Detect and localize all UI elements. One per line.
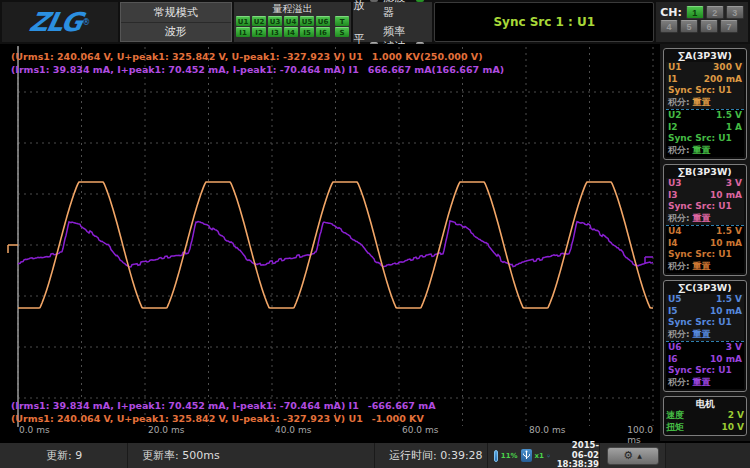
overflow-chip-t: T	[335, 16, 349, 26]
mode-button[interactable]: 常规模式 波形	[120, 2, 232, 42]
waveform-bottom-readout: (Irms1: 39.834 mA, I+peak1: 70.452 mA, I…	[11, 399, 436, 425]
waveform-svg	[0, 44, 658, 441]
channel-button-7[interactable]: 7	[720, 20, 738, 33]
integral-row: 积分:重置	[668, 329, 742, 341]
setting-row: I510 mA	[668, 306, 742, 318]
logo-registered-mark: ®	[82, 18, 90, 27]
zoom-toggle[interactable]	[370, 0, 379, 2]
integral-row: 积分:重置	[668, 261, 742, 273]
usb-icon	[521, 449, 532, 462]
settings-button[interactable]: ⚙ ▲	[607, 447, 659, 465]
motor-row: 速度2 V	[666, 410, 744, 422]
overflow-chip-u3: U3	[268, 16, 282, 26]
x-tick-label: 20.0 ms	[148, 425, 184, 435]
setting-row: U41.5 V	[668, 226, 742, 238]
channel-button-5[interactable]: 5	[680, 20, 698, 33]
sync-src-row: Sync Src: U1	[668, 249, 742, 261]
sidebar-group-title: ∑C(3P3W)	[666, 282, 744, 294]
analyzer-screen: ZLG ® 常规模式 波形 量程溢出 U1U2U3U4U5U6T I1I2I3I…	[0, 0, 750, 468]
sync-src-row: Sync Src: U1	[668, 133, 742, 145]
update-rate-text: 更新率: 500ms	[142, 448, 220, 463]
ch-row-1: 123	[686, 6, 744, 19]
setting-row: I410 mA	[668, 238, 742, 250]
setting-row: U21.5 V	[668, 110, 742, 122]
overflow-chip-u2: U2	[252, 16, 266, 26]
setting-row: I1200 mA	[668, 74, 742, 86]
status-bar: 更新: 9 更新率: 500ms 运行时间: 0:39:28 11% x1 20…	[0, 441, 750, 468]
sidebar-group: ∑C(3P3W)U51.5 VI510 mASync Src: U1积分:重置U…	[663, 280, 747, 392]
overflow-chip-i5: I5	[300, 27, 314, 37]
overflow-chip-u4: U4	[284, 16, 298, 26]
i1-stats-bottom: (Irms1: 39.834 mA, I+peak1: 70.452 mA, I…	[11, 399, 359, 412]
channel-settings-block[interactable]: U51.5 VI510 mASync Src: U1积分:重置	[666, 294, 744, 341]
waveform-panel: (Urms1: 240.064 V, U+peak1: 325.842 V, U…	[0, 44, 658, 441]
update-count-text: 更新: 9	[46, 448, 82, 463]
monitor-icon	[547, 449, 550, 463]
overflow-chip-s: S	[335, 27, 349, 37]
integral-row: 积分:重置	[668, 377, 742, 389]
sync-src-row: Sync Src: U1	[668, 85, 742, 97]
filter-panel: 缩放 线路滤波器 平均 频率滤波器	[353, 2, 432, 42]
overflow-chip-i1: I1	[236, 27, 250, 37]
channel-selector: CH: 123 4567	[656, 2, 748, 42]
zoom-label: 缩放	[353, 0, 364, 13]
setting-row: I310 mA	[668, 190, 742, 202]
channel-button-6[interactable]: 6	[700, 20, 718, 33]
usb-count-label: x1	[535, 452, 544, 460]
status-icons: 11% x1 2015-06-02 18:38:39	[488, 443, 600, 468]
sidebar-group: ∑B(3P3W)U33 VI310 mASync Src: U1积分:重置U41…	[663, 164, 747, 276]
motor-group: 电机速度2 V扭矩10 V	[663, 396, 747, 436]
setting-row: U1300 V	[668, 62, 742, 74]
x-tick-label: 80.0 ms	[529, 425, 565, 435]
channel-settings-block[interactable]: U41.5 VI410 mASync Src: U1积分:重置	[666, 225, 744, 273]
channel-settings-block[interactable]: U21.5 VI21 ASync Src: U1积分:重置	[666, 109, 744, 157]
i1-scale-bottom: -666.667 mA	[368, 399, 436, 412]
setting-row: I21 A	[668, 122, 742, 134]
u1-stats-bottom: (Urms1: 240.064 V, U+peak1: 325.842 V, U…	[11, 412, 363, 425]
overflow-chip-u6: U6	[316, 16, 330, 26]
right-sidebar: ∑A(3P3W)U1300 VI1200 mASync Src: U1积分:重置…	[658, 44, 750, 441]
channel-button-1[interactable]: 1	[686, 6, 704, 19]
datetime-display: 2015-06-02 18:38:39	[557, 441, 599, 468]
overflow-chip-i3: I3	[268, 27, 282, 37]
channel-button-3[interactable]: 3	[726, 6, 744, 19]
i1-scale-top: 666.667 mA(166.667 mA)	[368, 63, 504, 76]
line-filter-toggle[interactable]	[416, 0, 425, 2]
sidebar-group: ∑A(3P3W)U1300 VI1200 mASync Src: U1积分:重置…	[663, 48, 747, 160]
overflow-chip-i4: I4	[284, 27, 298, 37]
u1-scale-bottom: -1.000 KV	[372, 412, 424, 425]
setting-row: U63 V	[668, 342, 742, 354]
mode-line-waveform[interactable]: 波形	[121, 23, 231, 42]
battery-icon	[494, 450, 498, 462]
settings-segment: ⚙ ▲	[600, 443, 666, 468]
channel-settings-block[interactable]: U33 VI310 mASync Src: U1积分:重置	[666, 178, 744, 225]
sync-src-row: Sync Src: U1	[668, 317, 742, 329]
channel-button-4[interactable]: 4	[660, 20, 678, 33]
overflow-row-u: U1U2U3U4U5U6T	[236, 16, 349, 26]
mode-line-normal[interactable]: 常规模式	[121, 3, 231, 23]
channel-button-2[interactable]: 2	[706, 6, 724, 19]
update-rate: 更新率: 500ms	[128, 443, 375, 468]
range-overflow-panel: 量程溢出 U1U2U3U4U5U6T I1I2I3I4I5I6S	[234, 2, 352, 42]
expand-up-icon: ▲	[637, 449, 642, 463]
channel-settings-block[interactable]: U63 VI610 mASync Src: U1积分:重置	[666, 341, 744, 389]
sidebar-group-title: ∑A(3P3W)	[666, 50, 744, 62]
motor-row: 扭矩10 V	[666, 422, 744, 434]
i1-stats-top: (Irms1: 39.834 mA, I+peak1: 70.452 mA, I…	[11, 63, 359, 76]
u1-stats-top: (Urms1: 240.064 V, U+peak1: 325.842 V, U…	[11, 50, 363, 63]
ch-row-2: 4567	[660, 20, 744, 33]
update-count: 更新: 9	[0, 443, 128, 468]
top-toolbar: ZLG ® 常规模式 波形 量程溢出 U1U2U3U4U5U6T I1I2I3I…	[0, 0, 750, 44]
x-tick-label: 60.0 ms	[402, 425, 438, 435]
line-filter-label: 线路滤波器	[383, 0, 411, 20]
channel-settings-block[interactable]: U1300 VI1200 mASync Src: U1积分:重置	[666, 62, 744, 109]
u1-scale-top: 1.000 KV(250.000 V)	[372, 50, 483, 63]
ch-label: CH:	[660, 6, 682, 19]
waveform-top-readout: (Urms1: 240.064 V, U+peak1: 325.842 V, U…	[11, 50, 504, 76]
x-tick-label: 40.0 ms	[275, 425, 311, 435]
gear-icon: ⚙	[623, 449, 633, 463]
setting-row: U51.5 V	[668, 294, 742, 306]
integral-row: 积分:重置	[668, 97, 742, 109]
sidebar-group-title: ∑B(3P3W)	[666, 166, 744, 178]
integral-row: 积分:重置	[668, 145, 742, 157]
